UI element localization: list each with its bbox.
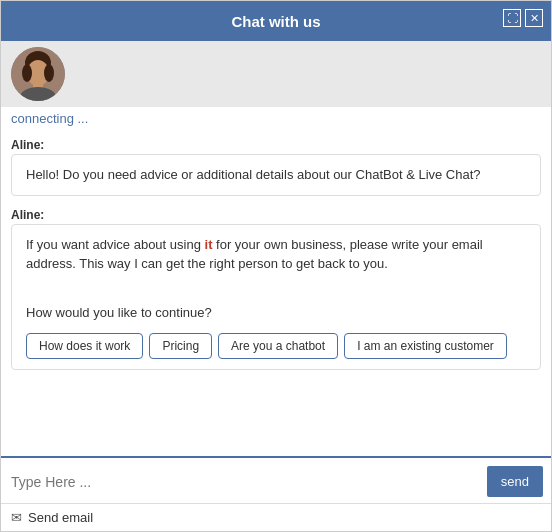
quick-reply-are-you-chatbot[interactable]: Are you a chatbot — [218, 333, 338, 359]
chat-input-area: send — [1, 456, 551, 503]
quick-reply-existing-customer[interactable]: I am an existing customer — [344, 333, 507, 359]
send-email-label[interactable]: Send email — [28, 510, 93, 525]
send-button[interactable]: send — [487, 466, 543, 497]
quick-replies: How does it work Pricing Are you a chatb… — [26, 333, 526, 359]
quick-reply-pricing[interactable]: Pricing — [149, 333, 212, 359]
sender-label-2: Aline: — [11, 208, 541, 222]
chat-messages: Aline: Hello! Do you need advice or addi… — [1, 130, 551, 456]
header-controls: ⛶ ✕ — [503, 9, 543, 27]
message-bubble-1: Hello! Do you need advice or additional … — [11, 154, 541, 196]
sender-label-1: Aline: — [11, 138, 541, 152]
avatar — [11, 47, 65, 101]
chat-footer: ✉ Send email — [1, 503, 551, 531]
connecting-status: connecting ... — [1, 107, 551, 130]
avatar-area — [1, 41, 551, 107]
chat-input[interactable] — [9, 470, 481, 494]
chat-title: Chat with us — [11, 13, 541, 30]
expand-button[interactable]: ⛶ — [503, 9, 521, 27]
quick-reply-how-does-it-work[interactable]: How does it work — [26, 333, 143, 359]
message-block-2: Aline: If you want advice about using it… — [11, 208, 541, 370]
msg2-text-part1: If you want advice about using — [26, 237, 205, 252]
message-bubble-2: If you want advice about using it for yo… — [11, 224, 541, 370]
message-block-1: Aline: Hello! Do you need advice or addi… — [11, 138, 541, 196]
svg-point-5 — [22, 64, 32, 82]
send-email-icon: ✉ — [11, 510, 22, 525]
close-button[interactable]: ✕ — [525, 9, 543, 27]
how-would-text: How would you like to continue? — [26, 284, 526, 323]
svg-point-6 — [44, 64, 54, 82]
chat-header: Chat with us ⛶ ✕ — [1, 1, 551, 41]
